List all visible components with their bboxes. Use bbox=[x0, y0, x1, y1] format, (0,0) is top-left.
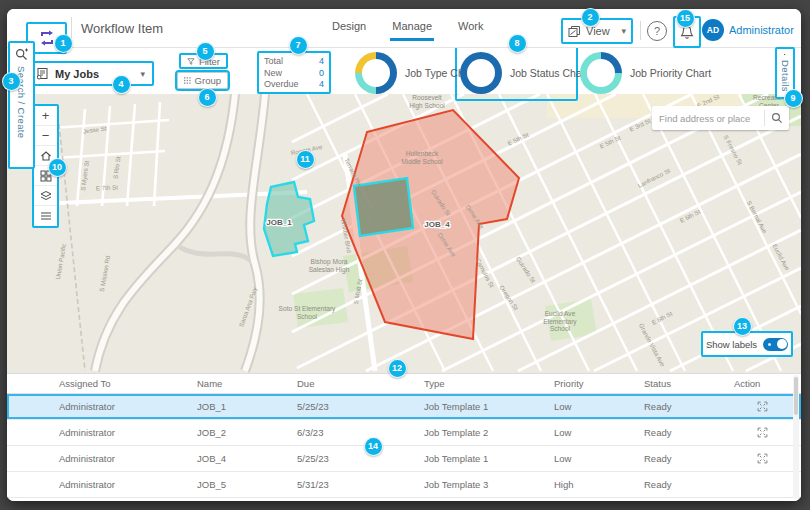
cell-type: Job Template 1 bbox=[424, 401, 554, 412]
my-jobs-icon bbox=[36, 67, 49, 80]
map-label: E 7th St bbox=[96, 183, 119, 191]
column-header-type[interactable]: Type bbox=[424, 378, 554, 389]
cell-name: JOB_5 bbox=[197, 479, 297, 490]
zoom-to-icon bbox=[757, 401, 768, 412]
table-row-JOB_5[interactable]: AdministratorJOB_55/31/23Job Template 3H… bbox=[7, 472, 801, 498]
table-scrollbar-thumb[interactable] bbox=[794, 377, 798, 415]
column-header-action[interactable]: Action bbox=[734, 378, 801, 389]
cell-assigned: Administrator bbox=[7, 479, 197, 490]
column-header-assigned-to[interactable]: Assigned To bbox=[7, 378, 197, 389]
avatar[interactable]: AD bbox=[702, 19, 724, 41]
job-type-chart[interactable]: Job Type Chart bbox=[355, 52, 476, 94]
jobs-table: Assigned To Name Due Type Priority Statu… bbox=[7, 373, 801, 501]
map-freeway bbox=[95, 94, 265, 371]
map-graphic: Jesse StS Myers StS Rio StE 7th StUnion … bbox=[7, 94, 801, 373]
column-header-name[interactable]: Name bbox=[197, 378, 297, 389]
group-button[interactable]: Group bbox=[177, 72, 228, 89]
jobs-dropdown[interactable]: My Jobs ▾ bbox=[27, 61, 154, 86]
stat-new: New 0 bbox=[264, 68, 324, 78]
details-label: Details bbox=[780, 60, 791, 92]
map-search-button[interactable] bbox=[765, 112, 789, 124]
workflow-manager-icon bbox=[38, 29, 56, 47]
job-status-donut bbox=[460, 52, 502, 94]
basemap-button[interactable] bbox=[34, 166, 57, 186]
filter-button[interactable]: Filter bbox=[179, 53, 228, 69]
legend-button[interactable] bbox=[34, 206, 57, 226]
cell-name: JOB_4 bbox=[197, 453, 297, 464]
map-label: Euclid Ave bbox=[771, 242, 791, 271]
job-status-chart-label: Job Status Chart bbox=[510, 67, 588, 79]
view-layers-icon bbox=[568, 25, 581, 38]
tab-design[interactable]: Design bbox=[332, 20, 366, 41]
map-label: Grande Vista Ave bbox=[638, 322, 667, 368]
job-label: JOB_1 bbox=[266, 218, 292, 227]
map-canvas[interactable]: Jesse StS Myers StS Rio StE 7th StUnion … bbox=[7, 94, 801, 373]
job-label: JOB_4 bbox=[424, 220, 450, 229]
cell-assigned: Administrator bbox=[7, 453, 197, 464]
filter-icon bbox=[187, 57, 195, 66]
cell-type: Job Template 2 bbox=[424, 427, 554, 438]
map-label: HollenbeckMiddle School bbox=[401, 150, 443, 165]
cell-type: Job Template 1 bbox=[424, 453, 554, 464]
tab-manage[interactable]: Manage bbox=[392, 20, 432, 41]
row-action-button[interactable] bbox=[734, 427, 790, 438]
job-priority-chart[interactable]: Job Priority Chart bbox=[580, 52, 711, 94]
stat-value: 0 bbox=[319, 68, 324, 78]
job-status-chart[interactable]: Job Status Chart bbox=[460, 52, 588, 94]
map-label: Union Pacific bbox=[54, 243, 67, 280]
table-body: AdministratorJOB_15/25/23Job Template 1L… bbox=[7, 394, 801, 498]
row-action-button[interactable] bbox=[734, 401, 790, 412]
header-divider bbox=[71, 17, 72, 41]
layers-icon bbox=[40, 190, 52, 202]
zoom-out-button[interactable]: − bbox=[34, 126, 57, 146]
column-header-due[interactable]: Due bbox=[297, 378, 424, 389]
cell-priority: Low bbox=[554, 401, 644, 412]
map-search-box bbox=[652, 106, 789, 130]
table-row-JOB_4[interactable]: AdministratorJOB_45/25/23Job Template 1L… bbox=[7, 446, 801, 472]
chevron-down-icon: ▾ bbox=[621, 26, 626, 36]
row-action-button[interactable] bbox=[734, 453, 790, 464]
stat-value: 4 bbox=[319, 79, 324, 89]
table-row-JOB_2[interactable]: AdministratorJOB_26/3/23Job Template 2Lo… bbox=[7, 420, 801, 446]
chevron-down-icon: ▾ bbox=[140, 69, 145, 79]
cell-status: Ready bbox=[644, 479, 734, 490]
toggle-knob bbox=[777, 339, 787, 349]
home-icon bbox=[40, 150, 52, 162]
search-create-icon bbox=[15, 48, 28, 61]
zoom-to-icon bbox=[757, 453, 768, 464]
view-dropdown[interactable]: View ▾ bbox=[561, 18, 633, 44]
help-button[interactable]: ? bbox=[647, 21, 667, 41]
map-label: Rogers Ave bbox=[290, 143, 323, 157]
cell-due: 5/25/23 bbox=[297, 453, 424, 464]
layers-button[interactable] bbox=[34, 186, 57, 206]
column-header-priority[interactable]: Priority bbox=[554, 378, 644, 389]
cell-due: 5/25/23 bbox=[297, 401, 424, 412]
table-row-JOB_1[interactable]: AdministratorJOB_15/25/23Job Template 1L… bbox=[7, 394, 801, 420]
show-labels-label: Show labels bbox=[706, 339, 757, 350]
sidebar-tab-search-create[interactable]: Search / Create bbox=[8, 41, 35, 169]
cell-assigned: Administrator bbox=[7, 427, 197, 438]
show-labels-toggle[interactable] bbox=[763, 338, 788, 351]
tab-work[interactable]: Work bbox=[458, 20, 483, 41]
column-header-status[interactable]: Status bbox=[644, 378, 734, 389]
map-label: Bishop MoraSalesian High bbox=[309, 258, 350, 274]
map-label: Lanfranco St bbox=[637, 167, 672, 189]
legend-list-icon bbox=[40, 210, 52, 222]
zoom-to-icon bbox=[757, 427, 768, 438]
map-search-input[interactable] bbox=[652, 113, 764, 124]
show-labels-control: Show labels bbox=[701, 331, 793, 357]
stat-label: Overdue bbox=[264, 79, 299, 89]
cell-priority: High bbox=[554, 479, 644, 490]
notifications-button[interactable] bbox=[673, 16, 701, 48]
sidebar-tab-details[interactable]: Details bbox=[775, 47, 795, 99]
job-priority-chart-label: Job Priority Chart bbox=[630, 67, 711, 79]
job-stats-panel: Total 4 New 0 Overdue 4 bbox=[257, 51, 331, 94]
group-grid-icon bbox=[184, 76, 191, 85]
stat-overdue: Overdue 4 bbox=[264, 79, 324, 89]
home-extent-button[interactable] bbox=[34, 146, 57, 166]
app-window: Jesse StS Myers StS Rio StE 7th StUnion … bbox=[7, 9, 801, 501]
cell-priority: Low bbox=[554, 427, 644, 438]
user-name[interactable]: Administrator bbox=[729, 24, 794, 36]
zoom-in-button[interactable]: + bbox=[34, 106, 57, 126]
stat-label: Total bbox=[264, 56, 283, 66]
